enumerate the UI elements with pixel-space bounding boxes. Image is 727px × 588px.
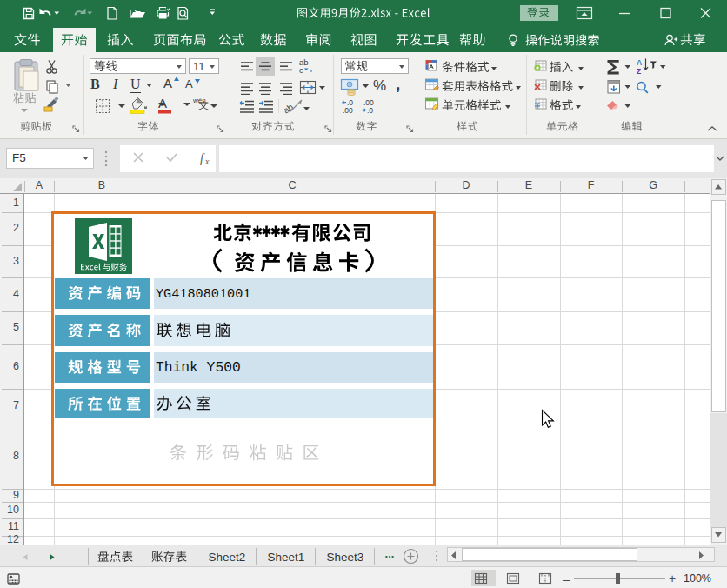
svg-text:.00: .00 <box>343 106 353 115</box>
svg-text:x: x <box>204 157 210 166</box>
svg-text:c: c <box>299 65 303 75</box>
svg-text:wén: wén <box>193 97 206 104</box>
svg-text:A: A <box>158 96 167 110</box>
svg-text:A: A <box>637 58 642 67</box>
svg-text:.0: .0 <box>367 106 373 115</box>
svg-text:Z: Z <box>637 67 641 76</box>
